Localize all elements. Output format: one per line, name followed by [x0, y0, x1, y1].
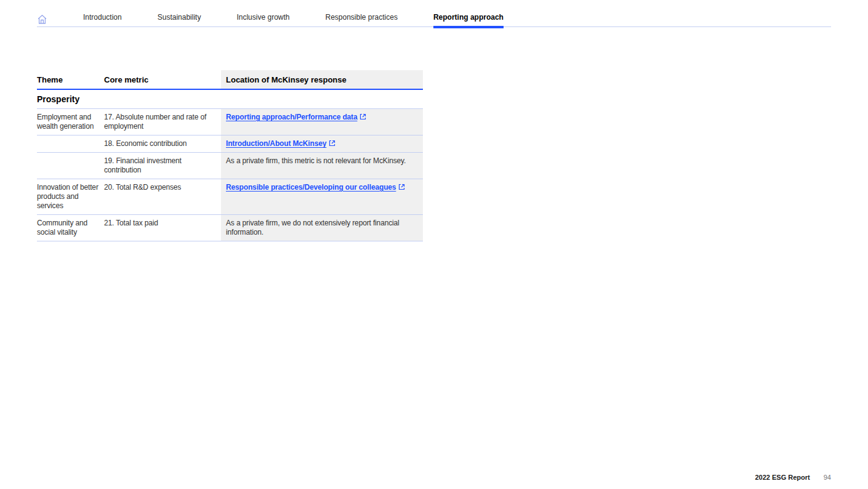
header-core-metric: Core metric — [104, 70, 221, 89]
response-link-label: Reporting approach/Performance data — [226, 113, 357, 121]
header-theme: Theme — [37, 70, 104, 89]
header-location: Location of McKinsey response — [221, 70, 423, 89]
metric-cell: 18. Economic contribution — [104, 135, 221, 152]
external-link-icon — [360, 113, 366, 120]
page-footer: 2022 ESG Report 94 — [755, 474, 831, 481]
section-title: Prosperity — [37, 90, 423, 108]
table-row: Innovation of better products and servic… — [37, 179, 423, 215]
report-title: 2022 ESG Report — [755, 474, 810, 481]
tab-responsible-practices[interactable]: Responsible practices — [325, 13, 397, 26]
home-button[interactable] — [37, 14, 47, 26]
response-text: As a private firm, we do not extensively… — [226, 219, 400, 236]
tab-introduction[interactable]: Introduction — [83, 13, 122, 26]
tab-reporting-approach[interactable]: Reporting approach — [433, 13, 504, 26]
metric-cell: 17. Absolute number and rate of employme… — [104, 109, 221, 135]
response-cell: Reporting approach/Performance data — [221, 109, 423, 135]
table-header-row: Theme Core metric Location of McKinsey r… — [37, 70, 423, 90]
tab-sustainability[interactable]: Sustainability — [158, 13, 201, 26]
metric-cell: 19. Financial investment contribution — [104, 153, 221, 179]
table-row: 18. Economic contribution Introduction/A… — [37, 135, 423, 153]
theme-cell: Community and social vitality — [37, 215, 104, 241]
response-cell: Responsible practices/Developing our col… — [221, 179, 423, 214]
external-link-icon — [329, 140, 336, 147]
response-link[interactable]: Introduction/About McKinsey — [226, 139, 336, 148]
section-row-prosperity: Prosperity — [37, 90, 423, 109]
external-link-icon — [398, 184, 405, 190]
metric-cell: 21. Total tax paid — [104, 215, 221, 241]
response-text: As a private firm, this metric is not re… — [226, 156, 406, 165]
theme-cell: Employment and wealth generation — [37, 109, 104, 135]
tab-list: Introduction Sustainability Inclusive gr… — [83, 0, 504, 26]
metric-cell: 20. Total R&D expenses — [104, 179, 221, 214]
theme-cell: Innovation of better products and servic… — [37, 179, 104, 214]
core-metrics-table: Theme Core metric Location of McKinsey r… — [37, 70, 423, 241]
top-nav: Introduction Sustainability Inclusive gr… — [37, 0, 831, 27]
response-link-label: Responsible practices/Developing our col… — [226, 183, 396, 192]
table-row: Community and social vitality 21. Total … — [37, 215, 423, 241]
tab-inclusive-growth[interactable]: Inclusive growth — [236, 13, 289, 26]
response-cell: Introduction/About McKinsey — [221, 135, 423, 152]
theme-cell — [37, 153, 104, 179]
table-row: 19. Financial investment contribution As… — [37, 153, 423, 179]
theme-cell — [37, 135, 104, 152]
page-number: 94 — [824, 474, 831, 481]
response-cell: As a private firm, this metric is not re… — [221, 153, 423, 179]
response-link[interactable]: Responsible practices/Developing our col… — [226, 183, 405, 192]
response-link[interactable]: Reporting approach/Performance data — [226, 113, 366, 121]
response-cell: As a private firm, we do not extensively… — [221, 215, 423, 241]
response-link-label: Introduction/About McKinsey — [226, 139, 326, 148]
home-icon — [37, 14, 47, 25]
table-row: Employment and wealth generation 17. Abs… — [37, 109, 423, 135]
